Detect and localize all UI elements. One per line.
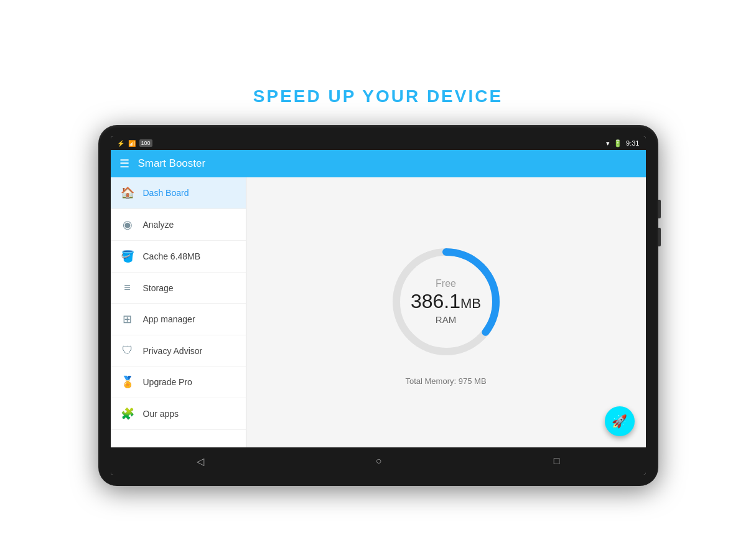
- ram-circle-container: Free 386.1MB RAM Total Memory: 975 MB: [384, 240, 508, 386]
- our-apps-icon: 🧩: [121, 407, 134, 421]
- side-button-bottom: [658, 228, 661, 246]
- storage-label: Storage: [143, 283, 174, 293]
- analyze-label: Analyze: [143, 220, 174, 230]
- home-circle-icon[interactable]: ○: [376, 455, 382, 467]
- app-bar: ☰ Smart Booster: [111, 150, 646, 177]
- wifi-icon: ▾: [606, 139, 610, 147]
- upgrade-icon: 🏅: [121, 375, 134, 389]
- time-display: 9:31: [626, 139, 639, 147]
- sidebar-item-upgrade[interactable]: 🏅 Upgrade Pro: [111, 366, 246, 398]
- dashboard-icon: 🏠: [121, 186, 134, 200]
- sidebar: 🏠 Dash Board ◉ Analyze 🪣 Cache 6.48MB ≡ …: [111, 177, 246, 447]
- tablet-screen: ⚡ 📶 100 ▾ 🔋 9:31 ☰ Smart Booster 🏠 Dash …: [111, 136, 646, 475]
- privacy-label: Privacy Advisor: [143, 346, 203, 356]
- rocket-icon: 🚀: [612, 414, 627, 429]
- upgrade-label: Upgrade Pro: [143, 377, 192, 387]
- content-area: 🏠 Dash Board ◉ Analyze 🪣 Cache 6.48MB ≡ …: [111, 177, 646, 447]
- sidebar-item-app-manager[interactable]: ⊞ App manager: [111, 304, 246, 335]
- sidebar-item-analyze[interactable]: ◉ Analyze: [111, 209, 246, 241]
- privacy-icon: 🛡: [121, 344, 134, 357]
- ram-value: 386.1MB: [411, 289, 481, 313]
- sidebar-item-our-apps[interactable]: 🧩 Our apps: [111, 398, 246, 430]
- ram-circle-wrapper: Free 386.1MB RAM: [384, 240, 508, 364]
- back-icon[interactable]: ◁: [197, 455, 204, 467]
- cache-icon: 🪣: [121, 250, 134, 263]
- our-apps-label: Our apps: [143, 409, 179, 419]
- battery-count-icon: 100: [139, 139, 152, 147]
- total-memory: Total Memory: 975 MB: [405, 376, 486, 386]
- sidebar-item-dashboard[interactable]: 🏠 Dash Board: [111, 177, 246, 209]
- app-manager-label: App manager: [143, 314, 195, 324]
- page-headline: SPEED UP YOUR DEVICE: [253, 86, 503, 106]
- ram-label: RAM: [411, 314, 481, 325]
- sidebar-item-cache[interactable]: 🪣 Cache 6.48MB: [111, 241, 246, 273]
- status-bar: ⚡ 📶 100 ▾ 🔋 9:31: [111, 136, 646, 150]
- cache-label: Cache 6.48MB: [143, 251, 201, 261]
- bottom-nav: ◁ ○ □: [111, 447, 646, 475]
- main-panel: Free 386.1MB RAM Total Memory: 975 MB 🚀: [246, 177, 646, 447]
- sidebar-item-privacy[interactable]: 🛡 Privacy Advisor: [111, 335, 246, 366]
- circle-center-content: Free 386.1MB RAM: [411, 278, 481, 326]
- battery-icon: 🔋: [614, 139, 622, 147]
- app-title: Smart Booster: [138, 157, 206, 170]
- app-manager-icon: ⊞: [121, 312, 134, 326]
- fab-button[interactable]: 🚀: [605, 406, 635, 436]
- recents-icon[interactable]: □: [554, 455, 560, 467]
- side-button-top: [658, 200, 661, 218]
- bolt-icon: ⚡: [117, 140, 124, 147]
- signal-icon: 📶: [128, 140, 136, 147]
- analyze-icon: ◉: [121, 218, 134, 231]
- dashboard-label: Dash Board: [143, 188, 189, 198]
- storage-icon: ≡: [121, 281, 134, 294]
- tablet-device: ⚡ 📶 100 ▾ 🔋 9:31 ☰ Smart Booster 🏠 Dash …: [98, 125, 658, 486]
- free-label: Free: [411, 278, 481, 289]
- sidebar-item-storage[interactable]: ≡ Storage: [111, 273, 246, 304]
- hamburger-icon[interactable]: ☰: [119, 157, 129, 170]
